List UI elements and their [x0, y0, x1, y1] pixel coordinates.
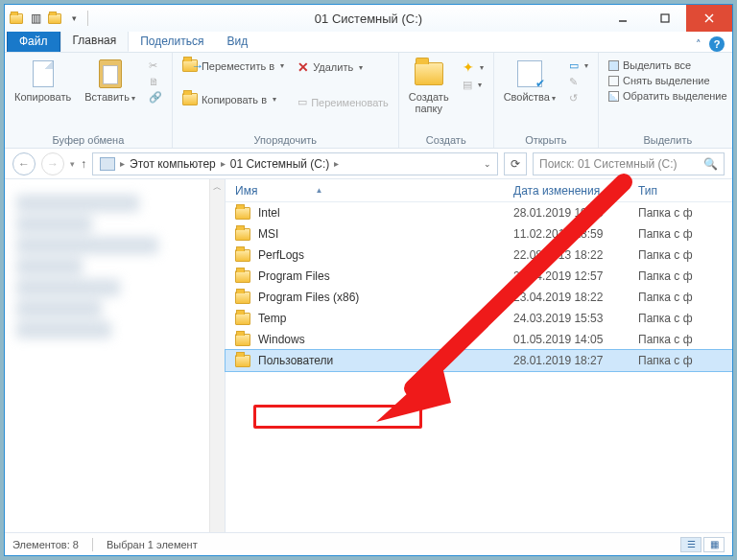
- link-icon: 🔗: [149, 91, 162, 104]
- table-row[interactable]: Windows01.05.2019 14:05Папка с ф: [226, 329, 732, 350]
- content-area: ︿ Имя▲ Дата изменения Тип Intel28.01.201…: [5, 179, 732, 532]
- col-date[interactable]: Дата изменения: [513, 184, 638, 198]
- table-row[interactable]: Intel28.01.2019 19:28Папка с ф: [226, 202, 732, 223]
- newitem-icon: ✦: [463, 59, 474, 75]
- select-none-button[interactable]: Снять выделение: [605, 74, 731, 87]
- tab-home[interactable]: Главная: [60, 30, 130, 52]
- breadcrumb[interactable]: ▸ Этот компьютер ▸ 01 Системный (C:) ▸ ⌄: [92, 152, 498, 175]
- file-type: Папка с ф: [638, 291, 732, 304]
- ribbon-collapse-icon[interactable]: ˄: [696, 38, 701, 51]
- group-open: ✔ Свойства▾ ▭▾ ✎ ↺ Открыть: [494, 53, 599, 148]
- tab-share[interactable]: Поделиться: [129, 32, 215, 52]
- copy-path-button[interactable]: 🗎: [145, 75, 166, 88]
- search-input[interactable]: Поиск: 01 Системный (C:) 🔍: [533, 152, 725, 175]
- status-bar: Элементов: 8 Выбран 1 элемент ☰ ▦: [5, 532, 732, 555]
- properties-button[interactable]: ✔ Свойства▾: [500, 57, 559, 105]
- select-all-button[interactable]: Выделить все: [605, 58, 731, 72]
- col-type[interactable]: Тип: [638, 184, 732, 198]
- table-row[interactable]: MSI11.02.2019 18:59Папка с ф: [226, 223, 732, 245]
- table-row[interactable]: Program Files29.04.2019 12:57Папка с ф: [226, 266, 732, 287]
- move-to-button[interactable]: →Переместить в▾: [178, 58, 288, 73]
- page-icon: 🗎: [149, 76, 159, 87]
- folder-icon: [235, 270, 250, 283]
- history-button[interactable]: ↺: [565, 91, 592, 105]
- maximize-button[interactable]: [644, 5, 686, 32]
- file-name: Пользователи: [258, 354, 333, 367]
- bc-dropdown-icon[interactable]: ⌄: [484, 159, 491, 169]
- view-details-button[interactable]: ☰: [680, 537, 701, 552]
- window-controls: [602, 5, 732, 32]
- file-type: Папка с ф: [638, 248, 732, 262]
- invert-icon: [608, 91, 619, 102]
- file-date: 22.08.2013 18:22: [513, 248, 638, 262]
- close-button[interactable]: [686, 5, 732, 32]
- file-name: Intel: [258, 206, 280, 220]
- copyto-icon: [182, 93, 198, 105]
- edit-icon: ✎: [569, 76, 578, 88]
- delete-button[interactable]: ✕Удалить▾: [294, 58, 392, 76]
- navigation-pane[interactable]: ︿: [5, 179, 226, 532]
- column-headers[interactable]: Имя▲ Дата изменения Тип: [226, 179, 732, 202]
- table-row[interactable]: Temp24.03.2019 15:53Папка с ф: [226, 308, 732, 329]
- recent-locations-button[interactable]: ▾: [70, 159, 75, 169]
- search-placeholder: Поиск: 01 Системный (C:): [539, 157, 678, 171]
- file-type: Папка с ф: [638, 227, 732, 241]
- qat-customize-icon[interactable]: ▾: [66, 11, 82, 26]
- titlebar: ▥ ▾ 01 Системный (C:): [5, 5, 732, 32]
- col-name[interactable]: Имя: [235, 184, 257, 198]
- file-date: 23.04.2019 18:22: [513, 291, 638, 304]
- folder-icon: [235, 228, 250, 241]
- new-folder-button[interactable]: Создать папку: [405, 57, 453, 116]
- easyaccess-icon: ▤: [463, 79, 472, 91]
- rename-button[interactable]: ▭Переименовать: [294, 95, 392, 109]
- file-type: Папка с ф: [638, 312, 732, 325]
- easy-access-button[interactable]: ▤▾: [459, 78, 487, 92]
- bc-pc-icon[interactable]: [97, 157, 118, 171]
- minimize-button[interactable]: [602, 5, 644, 32]
- paste-button[interactable]: Вставить▾: [81, 57, 139, 105]
- delete-icon: ✕: [297, 59, 309, 75]
- qat-newfolder-icon[interactable]: [47, 11, 62, 26]
- bc-this-pc[interactable]: Этот компьютер: [127, 157, 219, 171]
- edit-button[interactable]: ✎: [565, 75, 592, 89]
- invert-selection-button[interactable]: Обратить выделение: [605, 89, 731, 103]
- cut-button[interactable]: ✂: [145, 58, 166, 73]
- sort-asc-icon: ▲: [315, 186, 322, 195]
- paste-shortcut-button[interactable]: 🔗: [145, 90, 166, 105]
- up-button[interactable]: ↑: [81, 157, 86, 171]
- copy-to-button[interactable]: Копировать в▾: [178, 92, 288, 106]
- folder-icon: [235, 292, 250, 304]
- help-icon[interactable]: ?: [709, 36, 725, 52]
- file-type: Папка с ф: [638, 269, 732, 283]
- window-title: 01 Системный (C:): [315, 12, 422, 26]
- forward-button[interactable]: →: [41, 152, 64, 175]
- folder-icon: [235, 334, 250, 346]
- copy-button[interactable]: Копировать: [11, 57, 75, 105]
- tree-scrollbar[interactable]: ︿: [209, 179, 225, 532]
- file-list: Имя▲ Дата изменения Тип Intel28.01.2019 …: [226, 179, 732, 532]
- refresh-button[interactable]: ⟳: [504, 152, 527, 175]
- search-icon[interactable]: 🔍: [703, 157, 718, 171]
- selectall-icon: [608, 60, 619, 71]
- selectnone-icon: [608, 76, 619, 86]
- tab-file[interactable]: Файл: [7, 31, 60, 52]
- ribbon-tabs: Файл Главная Поделиться Вид ˄ ?: [5, 32, 732, 53]
- table-row[interactable]: PerfLogs22.08.2013 18:22Папка с ф: [226, 245, 732, 266]
- bc-drive[interactable]: 01 Системный (C:): [227, 157, 333, 171]
- open-button[interactable]: ▭▾: [565, 58, 592, 73]
- back-button[interactable]: ←: [12, 152, 36, 175]
- group-new: Создать папку ✦▾ ▤▾ Создать: [399, 53, 494, 148]
- group-organize: →Переместить в▾ Копировать в▾ ✕Удалить▾ …: [173, 53, 399, 148]
- new-item-button[interactable]: ✦▾: [459, 58, 487, 76]
- table-row[interactable]: Program Files (x86)23.04.2019 18:22Папка…: [226, 287, 732, 308]
- qat-properties-icon[interactable]: ▥: [28, 11, 43, 26]
- folder-icon: [235, 207, 250, 220]
- status-count: Элементов: 8: [12, 539, 79, 550]
- table-row[interactable]: Пользователи28.01.2019 18:27Папка с ф: [226, 350, 732, 371]
- tab-view[interactable]: Вид: [215, 32, 259, 52]
- folder-icon: [235, 313, 250, 325]
- view-large-button[interactable]: ▦: [703, 537, 725, 552]
- scissors-icon: ✂: [149, 59, 157, 72]
- history-icon: ↺: [569, 92, 578, 105]
- file-date: 01.05.2019 14:05: [513, 333, 638, 346]
